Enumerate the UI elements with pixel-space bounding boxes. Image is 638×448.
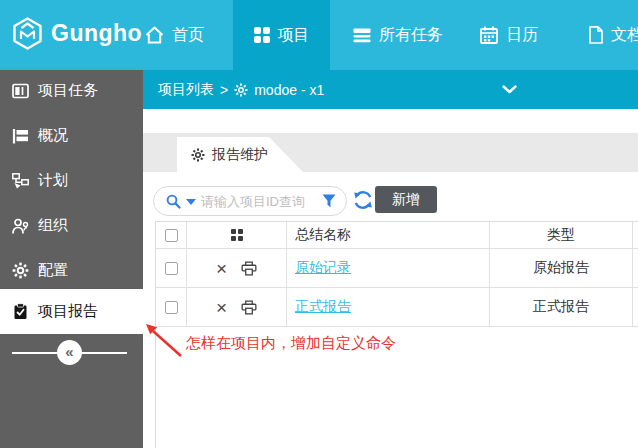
sidebar-item-overview[interactable]: 概况	[0, 113, 143, 158]
sidebar-item-label: 计划	[38, 171, 68, 190]
sidebar-item-project-tasks[interactable]: 项目任务	[0, 68, 143, 113]
header-type-cell: 类型	[490, 222, 633, 248]
header-name-cell: 总结名称	[287, 222, 490, 248]
report-icon	[12, 303, 29, 320]
board-icon	[12, 83, 29, 99]
nav-label: 所有任务	[379, 25, 443, 46]
report-type: 原始报告	[490, 249, 633, 287]
home-icon	[145, 26, 164, 44]
breadcrumb: 项目列表 > modoe - x1	[143, 70, 638, 109]
report-link[interactable]: 正式报告	[295, 298, 351, 316]
nav-label: 文档	[611, 25, 638, 46]
sidebar-item-label: 项目任务	[38, 81, 98, 100]
tab-strip: 报告维护	[143, 133, 638, 172]
nav-item-home[interactable]: 首页	[131, 0, 218, 70]
logo-text: Gungho	[51, 20, 142, 47]
nav-label: 首页	[172, 25, 204, 46]
header-extra-cell	[633, 222, 638, 248]
grid-icon	[254, 27, 270, 43]
report-type: 正式报告	[490, 288, 633, 326]
header-actions-cell	[187, 222, 287, 248]
gungho-logo-icon	[12, 17, 43, 50]
delete-icon[interactable]: ×	[216, 259, 227, 278]
topbar: Gungho 首页 项目 所有任务	[0, 0, 638, 70]
sidebar: 项目任务 概况 计划	[0, 70, 143, 448]
search-mode-caret-icon[interactable]	[186, 199, 196, 205]
sidebar-item-organization[interactable]: 组织	[0, 203, 143, 248]
header-select-cell	[156, 222, 187, 248]
sidebar-item-project-report[interactable]: 项目报告	[0, 289, 143, 334]
tasks-icon	[353, 28, 371, 43]
calendar-icon	[480, 26, 498, 44]
nav-label: 日历	[506, 25, 538, 46]
sidebar-item-config[interactable]: 配置	[0, 248, 143, 293]
nav-item-calendar[interactable]: 日历	[466, 0, 552, 70]
document-icon	[588, 26, 603, 44]
sidebar-item-label: 概况	[38, 126, 68, 145]
tab-report-maintenance[interactable]: 报告维护	[177, 137, 303, 172]
gear-icon	[191, 148, 205, 162]
nav-item-documents[interactable]: 文档	[574, 0, 638, 70]
row-checkbox[interactable]	[165, 262, 178, 275]
print-icon[interactable]	[241, 261, 257, 276]
nav-item-project[interactable]: 项目	[233, 0, 330, 70]
sidebar-item-label: 项目报告	[38, 302, 98, 321]
collapse-glyph: «	[65, 343, 73, 360]
plan-icon	[12, 173, 29, 189]
refresh-icon[interactable]	[352, 189, 374, 211]
report-link[interactable]: 原始记录	[295, 259, 351, 277]
sidebar-collapse-button[interactable]: «	[57, 340, 82, 365]
select-all-checkbox[interactable]	[165, 229, 178, 242]
report-table: 总结名称 类型 × 原始记录 原始报告 ×	[156, 221, 638, 327]
table-header-row: 总结名称 类型	[156, 222, 638, 249]
gear-icon	[234, 83, 248, 97]
search-icon[interactable]	[166, 194, 181, 209]
actions-grid-icon	[231, 229, 243, 241]
print-icon[interactable]	[241, 300, 257, 315]
filter-icon[interactable]	[322, 194, 336, 208]
annotation-text: 怎样在项目内，增加自定义命令	[186, 334, 396, 353]
chevron-down-icon[interactable]	[502, 85, 517, 94]
app-window: Gungho 首页 项目 所有任务	[0, 0, 638, 448]
nav-item-all-tasks[interactable]: 所有任务	[339, 0, 457, 70]
breadcrumb-section[interactable]: 项目列表	[158, 81, 214, 99]
logo: Gungho	[12, 17, 142, 50]
search-box[interactable]	[153, 186, 347, 216]
breadcrumb-separator: >	[220, 82, 228, 98]
breadcrumb-project[interactable]: modoe - x1	[254, 82, 324, 98]
add-button[interactable]: 新增	[375, 186, 437, 213]
table-row: × 原始记录 原始报告	[156, 249, 638, 288]
overview-icon	[12, 128, 29, 144]
row-checkbox[interactable]	[165, 301, 178, 314]
delete-icon[interactable]: ×	[216, 298, 227, 317]
table-row: × 正式报告 正式报告	[156, 288, 638, 327]
sidebar-item-plan[interactable]: 计划	[0, 158, 143, 203]
search-input[interactable]	[201, 194, 317, 209]
gear-icon	[12, 262, 29, 279]
sidebar-item-label: 配置	[38, 261, 68, 280]
organization-icon	[12, 218, 29, 234]
tab-label: 报告维护	[212, 146, 268, 164]
nav-label: 项目	[278, 25, 310, 46]
sidebar-item-label: 组织	[38, 216, 68, 235]
